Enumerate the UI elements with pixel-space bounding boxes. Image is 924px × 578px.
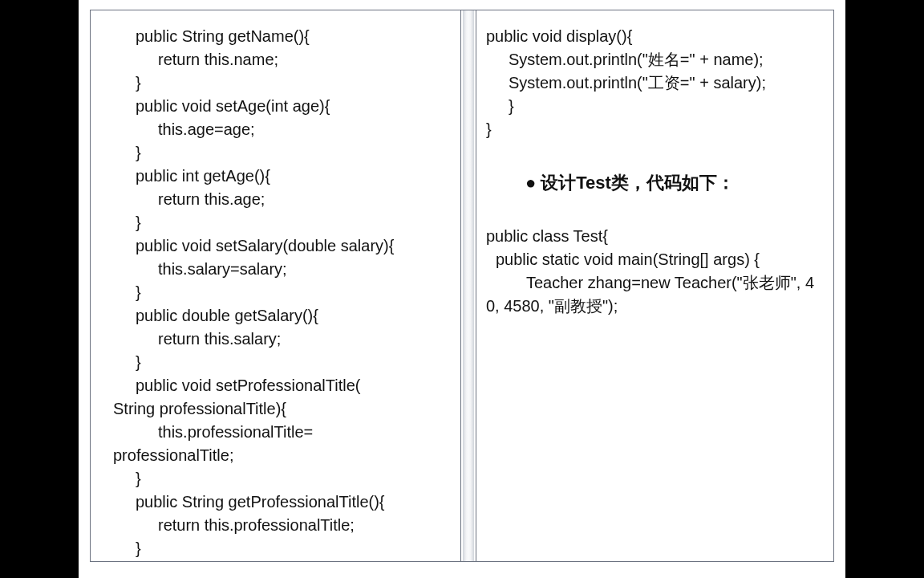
code-line: } — [113, 141, 451, 165]
code-line: this.salary=salary; — [113, 258, 451, 281]
code-line: Teacher zhang=new Teacher("张老师", 40, 458… — [486, 271, 824, 318]
code-line: public void setAge(int age){ — [113, 95, 451, 118]
code-line: public class Test{ — [486, 225, 824, 248]
code-line: public String getProfessionalTitle(){ — [113, 490, 451, 514]
code-line: public void setProfessionalTitle( — [113, 374, 451, 397]
code-line: } — [113, 211, 451, 234]
code-line: this.age=age; — [113, 118, 451, 141]
heading-text: ● 设计Test类，代码如下： — [525, 173, 735, 193]
code-line: } — [113, 281, 451, 304]
page-container: public String getName(){ return this.nam… — [79, 0, 845, 578]
code-line: professionalTitle; — [113, 444, 451, 467]
left-column: public String getName(){ return this.nam… — [91, 10, 460, 561]
code-line: return this.age; — [113, 188, 451, 211]
right-column: public void display(){ System.out.printl… — [476, 10, 833, 561]
code-line: return this.name; — [113, 48, 451, 71]
code-line: } — [113, 467, 451, 490]
code-line: } — [113, 351, 451, 374]
code-line: public double getSalary(){ — [113, 304, 451, 328]
code-line: } — [113, 71, 451, 95]
code-line: public void setSalary(double salary){ — [113, 234, 451, 258]
code-line: return this.salary; — [113, 328, 451, 351]
code-line: System.out.println("姓名=" + name); — [486, 48, 824, 71]
code-line: return this.professionalTitle; — [113, 514, 451, 537]
code-line: } — [486, 118, 824, 141]
code-line: } — [486, 95, 824, 118]
two-column-layout: public String getName(){ return this.nam… — [90, 10, 834, 562]
code-line: public static void main(String[] args) { — [486, 248, 824, 271]
code-line: String professionalTitle){ — [113, 397, 451, 421]
code-line: public int getAge(){ — [113, 165, 451, 188]
section-heading: ● 设计Test类，代码如下： — [486, 141, 824, 225]
column-divider — [460, 10, 476, 561]
divider-gradient — [463, 10, 474, 561]
code-line: } — [113, 537, 451, 560]
code-line: public void display(){ — [486, 25, 824, 48]
code-line: public String getName(){ — [113, 25, 451, 48]
code-line: System.out.println("工资=" + salary); — [486, 71, 824, 95]
code-line: this.professionalTitle= — [113, 421, 451, 444]
